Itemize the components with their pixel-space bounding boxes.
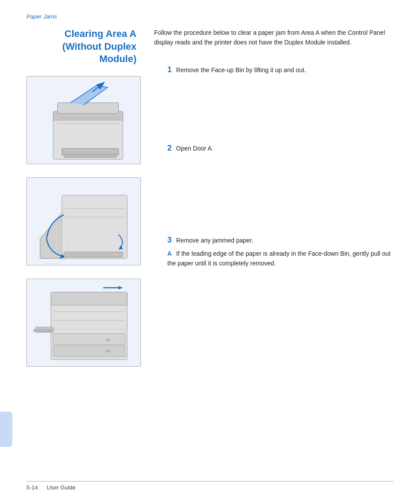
step2-image <box>26 177 141 265</box>
step-2-text: Open Door A. <box>176 143 214 153</box>
svg-rect-23 <box>33 329 53 332</box>
step-3-content: 3 Remove any jammed paper. A If the lead… <box>154 235 394 269</box>
step3-image: C2 C3 <box>26 279 141 367</box>
step-3-header: 3 Remove any jammed paper. <box>167 235 394 245</box>
breadcrumb: Paper Jams <box>26 13 394 20</box>
step-2-content: 2 Open Door A. <box>154 143 394 156</box>
step-3-text: Remove any jammed paper. <box>176 235 253 245</box>
footer-page: 5-14 <box>26 484 38 491</box>
step-1-text: Remove the Face-up Bin by lifting it up … <box>176 65 306 75</box>
svg-rect-6 <box>64 154 116 158</box>
page: Paper Jams Clearing Area A(Without Duple… <box>0 0 420 504</box>
substep-a-text: If the leading edge of the paper is alre… <box>167 250 391 267</box>
substep-a-label: A <box>167 250 172 257</box>
step-2-row: 2 Open Door A. <box>154 143 394 156</box>
side-tab <box>0 412 12 447</box>
step-2-number: 2 <box>167 143 172 153</box>
svg-rect-2 <box>58 103 119 114</box>
step-3-number: 3 <box>167 235 172 245</box>
svg-rect-7 <box>62 195 128 258</box>
step-3-row: 3 Remove any jammed paper. A If the lead… <box>154 235 394 269</box>
steps-container: 1 Remove the Face-up Bin by lifting it u… <box>154 61 394 282</box>
main-content: Clearing Area A(Without DuplexModule) <box>26 28 394 367</box>
step1-image <box>26 76 141 164</box>
footer: 5-14 User Guide <box>26 481 394 491</box>
svg-rect-20 <box>53 334 125 345</box>
step1-spacer <box>154 91 394 143</box>
svg-text:C2: C2 <box>105 338 110 342</box>
step-1-content: 1 Remove the Face-up Bin by lifting it u… <box>154 65 394 77</box>
svg-rect-15 <box>51 292 127 305</box>
svg-text:C3: C3 <box>105 349 110 353</box>
svg-rect-13 <box>64 252 123 257</box>
footer-title: User Guide <box>47 484 76 491</box>
intro-text: Follow the procedure below to clear a pa… <box>154 28 394 48</box>
section-title: Clearing Area A(Without DuplexModule) <box>26 28 141 66</box>
svg-marker-16 <box>118 286 123 290</box>
right-column: Follow the procedure below to clear a pa… <box>141 28 394 367</box>
step-3-substep-a: A If the leading edge of the paper is al… <box>167 249 394 269</box>
left-column: Clearing Area A(Without DuplexModule) <box>26 28 141 367</box>
step-1-number: 1 <box>167 65 172 74</box>
step-2-header: 2 Open Door A. <box>167 143 394 153</box>
svg-rect-21 <box>53 346 125 357</box>
step2-spacer <box>154 169 394 235</box>
step-1-row: 1 Remove the Face-up Bin by lifting it u… <box>154 65 394 77</box>
step-1-header: 1 Remove the Face-up Bin by lifting it u… <box>167 65 394 75</box>
